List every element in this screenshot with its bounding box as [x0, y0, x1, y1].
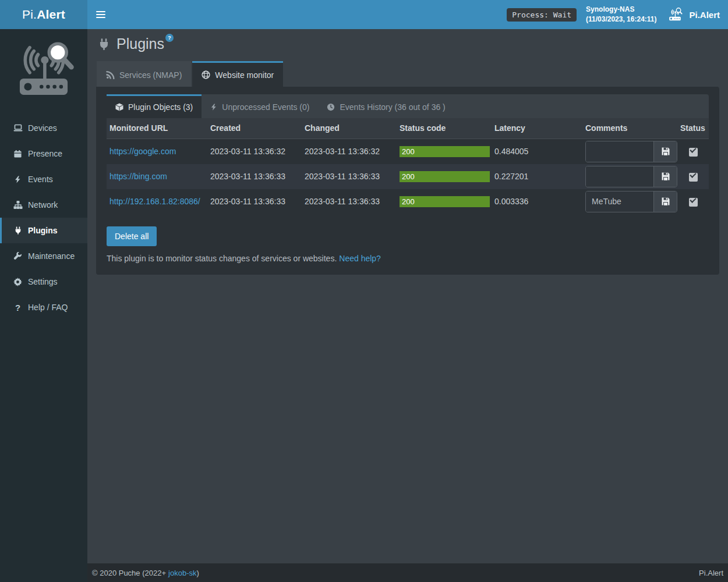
tab-unprocessed-events[interactable]: Unprocessed Events (0): [202, 94, 318, 118]
main-content: Plugins ? Services (NMAP) Website monito…: [87, 29, 728, 563]
comment-input-group: [585, 191, 677, 212]
tab-label: Unprocessed Events (0): [222, 102, 309, 112]
globe-icon: [202, 70, 210, 79]
brand-pi: Pi.: [22, 8, 37, 22]
footer-copyright: © 2020 Puche (2022+jokob-sk): [92, 569, 199, 577]
sidebar-item-label: Events: [28, 175, 53, 184]
tab-plugin-objects[interactable]: Plugin Objects (3): [107, 94, 202, 118]
comment-input-group: [585, 166, 677, 187]
status-checkbox[interactable]: [689, 148, 698, 157]
sidebar-item-label: Maintenance: [28, 251, 75, 261]
sidebar-item-presence[interactable]: Presence: [0, 141, 87, 166]
tab-events-history[interactable]: Events History (36 out of 36 ): [318, 94, 454, 118]
router-scan-logo: [0, 29, 87, 107]
changed-cell: 2023-03-11 13:36:33: [302, 189, 397, 214]
sidebar-item-label: Network: [28, 200, 58, 210]
latency-cell: 0.227201: [492, 164, 582, 189]
monitored-url-link[interactable]: http://192.168.1.82:8086/: [109, 197, 200, 206]
footer: © 2020 Puche (2022+jokob-sk) Pi.Alert: [87, 563, 728, 582]
status-code-bar: 200: [400, 146, 490, 157]
comment-input[interactable]: [586, 191, 653, 212]
page-header: Plugins ?: [87, 29, 728, 52]
created-cell: 2023-03-11 13:36:32: [207, 139, 302, 164]
status-code-bar: 200: [400, 196, 490, 207]
author-link[interactable]: jokob-sk: [168, 569, 196, 577]
laptop-icon: [13, 123, 23, 133]
col-changed: Changed: [302, 118, 397, 139]
sidebar-item-label: Presence: [28, 149, 62, 158]
comment-input-group: [585, 141, 677, 162]
latency-cell: 0.003336: [492, 189, 582, 214]
col-status: Status: [677, 118, 709, 139]
sidebar-item-label: Plugins: [28, 226, 58, 235]
clock-icon: [327, 103, 335, 111]
plugin-description: This plugin is to monitor status changes…: [107, 254, 709, 263]
question-icon: ?: [13, 303, 23, 313]
tab-label: Website monitor: [215, 70, 274, 80]
col-created: Created: [207, 118, 302, 139]
host-name: Synology-NAS: [586, 5, 656, 15]
save-comment-button[interactable]: [653, 166, 677, 187]
tab-label: Plugin Objects (3): [128, 102, 193, 112]
footer-app-name: Pi.Alert: [699, 569, 723, 577]
sidebar-item-settings[interactable]: Settings: [0, 269, 87, 294]
copyright-text: © 2020 Puche (2022+: [92, 569, 166, 577]
table-row: https://google.com 2023-03-11 13:36:32 2…: [107, 139, 709, 164]
col-monitored-url: Monitored URL: [107, 118, 207, 139]
sidebar-item-events[interactable]: Events: [0, 166, 87, 192]
wrench-icon: [13, 252, 23, 261]
host-timestamp: (11/03/2023, 16:24:11): [586, 15, 656, 24]
sidebar-item-devices[interactable]: Devices: [0, 115, 87, 141]
monitored-url-link[interactable]: https://bing.com: [109, 172, 167, 181]
brand-logo[interactable]: Pi.Alert: [0, 0, 87, 29]
tab-label: Events History (36 out of 36 ): [340, 102, 445, 112]
sidebar-item-label: Help / FAQ: [28, 303, 68, 312]
sidebar-item-plugins[interactable]: Plugins: [0, 218, 87, 243]
sidebar-item-help-faq[interactable]: ? Help / FAQ: [0, 294, 87, 320]
need-help-link[interactable]: Need help?: [339, 254, 381, 263]
tab-services-nmap[interactable]: Services (NMAP): [97, 61, 191, 87]
changed-cell: 2023-03-11 13:36:32: [302, 139, 397, 164]
plug-icon: [98, 37, 110, 51]
bolt-icon: [13, 175, 23, 184]
table-row: https://bing.com 2023-03-11 13:36:33 202…: [107, 164, 709, 189]
navbar-right: Process: Wait Synology-NAS (11/03/2023, …: [507, 5, 728, 25]
help-badge[interactable]: ?: [165, 34, 174, 42]
website-monitor-panel: Plugin Objects (3) Unprocessed Events (0…: [96, 87, 719, 275]
gear-icon: [13, 278, 23, 286]
process-status-badge: Process: Wait: [507, 8, 577, 22]
col-status-code: Status code: [397, 118, 492, 139]
brand-alert: Alert: [37, 8, 65, 22]
signal-icon: [106, 70, 115, 79]
sidebar-item-maintenance[interactable]: Maintenance: [0, 243, 87, 269]
comment-input[interactable]: [586, 141, 653, 162]
table-header-row: Monitored URL Created Changed Status cod…: [107, 118, 709, 139]
delete-all-button[interactable]: Delete all: [107, 226, 157, 246]
floppy-icon: [661, 172, 670, 181]
tab-website-monitor[interactable]: Website monitor: [192, 61, 283, 87]
col-comments: Comments: [582, 118, 677, 139]
inner-tabs: Plugin Objects (3) Unprocessed Events (0…: [107, 94, 709, 118]
plug-icon: [13, 226, 23, 235]
sidebar-toggle-button[interactable]: [87, 0, 114, 29]
plugin-objects-table: Monitored URL Created Changed Status cod…: [107, 118, 709, 214]
comment-input[interactable]: [586, 166, 653, 187]
sidebar-item-network[interactable]: Network: [0, 192, 87, 218]
monitored-url-link[interactable]: https://google.com: [109, 147, 176, 156]
created-cell: 2023-03-11 13:36:33: [207, 164, 302, 189]
app-brand: Pi.Alert: [666, 6, 720, 23]
sidebar-item-label: Devices: [28, 123, 57, 133]
save-comment-button[interactable]: [653, 191, 677, 212]
status-checkbox[interactable]: [689, 173, 698, 182]
floppy-icon: [661, 147, 670, 156]
status-code-bar: 200: [400, 171, 490, 182]
cube-icon: [115, 103, 123, 111]
save-comment-button[interactable]: [653, 141, 677, 162]
sidebar: Devices Presence Events Network Plugins: [0, 29, 87, 582]
router-scan-icon: [666, 6, 684, 23]
status-checkbox[interactable]: [689, 198, 698, 207]
latency-cell: 0.484005: [492, 139, 582, 164]
page-title: Plugins ?: [98, 36, 719, 52]
col-latency: Latency: [492, 118, 582, 139]
floppy-icon: [661, 197, 670, 206]
